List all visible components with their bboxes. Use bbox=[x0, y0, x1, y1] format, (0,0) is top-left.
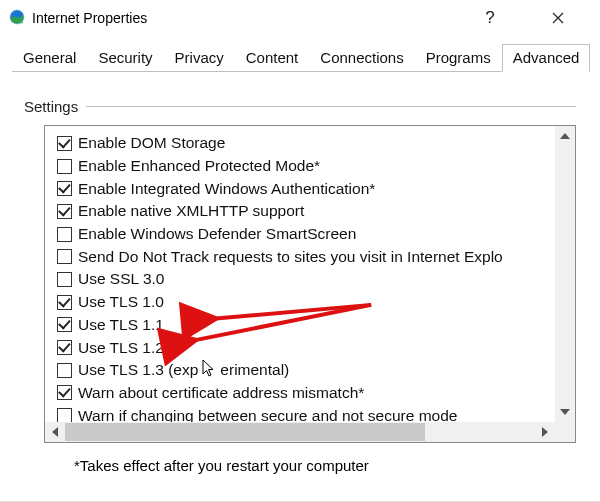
option-row[interactable]: Enable Windows Defender SmartScreen bbox=[57, 223, 555, 246]
settings-group: Settings Enable DOM StorageEnable Enhanc… bbox=[24, 98, 576, 443]
checkbox[interactable] bbox=[57, 408, 72, 422]
window-title: Internet Properties bbox=[32, 10, 147, 26]
help-button[interactable]: ? bbox=[468, 3, 512, 33]
internet-properties-dialog: Internet Properties ? General Security P… bbox=[0, 0, 600, 502]
option-row[interactable]: Enable DOM Storage bbox=[57, 132, 555, 155]
option-label: Use TLS 1.1 bbox=[78, 316, 164, 334]
checkbox[interactable] bbox=[57, 227, 72, 242]
option-label: Use SSL 3.0 bbox=[78, 270, 164, 288]
option-label: Warn if changing between secure and not … bbox=[78, 407, 457, 422]
checkbox[interactable] bbox=[57, 340, 72, 355]
horizontal-scroll-thumb[interactable] bbox=[65, 423, 425, 441]
option-row[interactable]: Warn about certificate address mismatch* bbox=[57, 382, 555, 405]
tab-general[interactable]: General bbox=[12, 44, 87, 72]
close-button[interactable] bbox=[536, 3, 580, 33]
tab-advanced[interactable]: Advanced bbox=[502, 44, 591, 72]
scroll-down-button[interactable] bbox=[555, 402, 575, 422]
option-row[interactable]: Enable Integrated Windows Authentication… bbox=[57, 177, 555, 200]
option-row[interactable]: Enable Enhanced Protected Mode* bbox=[57, 155, 555, 178]
cursor-icon bbox=[202, 359, 216, 381]
option-row[interactable]: Enable native XMLHTTP support bbox=[57, 200, 555, 223]
checkbox[interactable] bbox=[57, 159, 72, 174]
titlebar: Internet Properties ? bbox=[0, 0, 600, 36]
checkbox[interactable] bbox=[57, 385, 72, 400]
checkbox[interactable] bbox=[57, 272, 72, 287]
scroll-right-button[interactable] bbox=[535, 422, 555, 442]
tab-privacy[interactable]: Privacy bbox=[164, 44, 235, 72]
advanced-panel: Settings Enable DOM StorageEnable Enhanc… bbox=[0, 72, 600, 474]
option-label: Use TLS 1.2 bbox=[78, 339, 164, 357]
option-label: Enable Windows Defender SmartScreen bbox=[78, 225, 356, 243]
checkbox[interactable] bbox=[57, 249, 72, 264]
vertical-scrollbar[interactable] bbox=[555, 126, 575, 422]
scroll-up-button[interactable] bbox=[555, 126, 575, 146]
option-label: Enable DOM Storage bbox=[78, 134, 225, 152]
option-label: Enable native XMLHTTP support bbox=[78, 202, 304, 220]
tab-connections[interactable]: Connections bbox=[309, 44, 414, 72]
option-label: Send Do Not Track requests to sites you … bbox=[78, 248, 503, 266]
scrollbar-corner bbox=[555, 422, 575, 442]
horizontal-scrollbar[interactable] bbox=[45, 422, 555, 442]
checkbox[interactable] bbox=[57, 136, 72, 151]
option-row[interactable]: Use TLS 1.2 bbox=[57, 336, 555, 359]
option-label: Use TLS 1.3 (exp bbox=[78, 361, 198, 379]
option-row[interactable]: Warn if changing between secure and not … bbox=[57, 404, 555, 422]
option-row[interactable]: Use TLS 1.1 bbox=[57, 314, 555, 337]
option-label: Enable Integrated Windows Authentication… bbox=[78, 180, 375, 198]
option-label: Enable Enhanced Protected Mode* bbox=[78, 157, 320, 175]
restart-footnote: *Takes effect after you restart your com… bbox=[74, 457, 576, 474]
settings-group-label: Settings bbox=[24, 98, 78, 115]
tab-content[interactable]: Content bbox=[235, 44, 310, 72]
checkbox[interactable] bbox=[57, 181, 72, 196]
tab-security[interactable]: Security bbox=[87, 44, 163, 72]
option-label-tail: erimental) bbox=[220, 361, 289, 379]
globe-icon bbox=[8, 8, 26, 29]
option-row[interactable]: Use TLS 1.3 (experimental) bbox=[57, 359, 555, 382]
checkbox[interactable] bbox=[57, 363, 72, 378]
checkbox[interactable] bbox=[57, 204, 72, 219]
tab-strip: General Security Privacy Content Connect… bbox=[0, 36, 600, 72]
group-divider bbox=[86, 106, 576, 107]
option-row[interactable]: Send Do Not Track requests to sites you … bbox=[57, 245, 555, 268]
settings-list: Enable DOM StorageEnable Enhanced Protec… bbox=[44, 125, 576, 443]
option-label: Use TLS 1.0 bbox=[78, 293, 164, 311]
option-label: Warn about certificate address mismatch* bbox=[78, 384, 364, 402]
scroll-left-button[interactable] bbox=[45, 422, 65, 442]
option-row[interactable]: Use SSL 3.0 bbox=[57, 268, 555, 291]
option-row[interactable]: Use TLS 1.0 bbox=[57, 291, 555, 314]
tab-programs[interactable]: Programs bbox=[415, 44, 502, 72]
checkbox[interactable] bbox=[57, 295, 72, 310]
checkbox[interactable] bbox=[57, 317, 72, 332]
